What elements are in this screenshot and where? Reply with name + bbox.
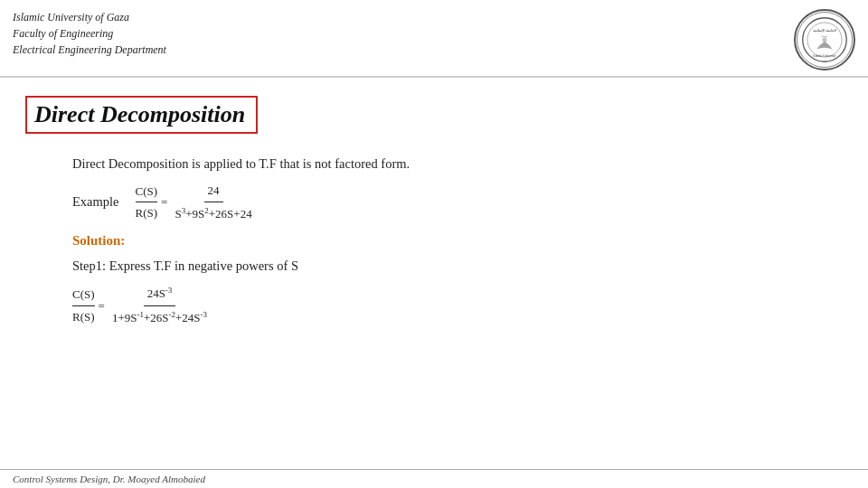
footer-text: Control Systems Design, Dr. Moayed Almob… xyxy=(13,474,205,484)
solution-label: Solution: xyxy=(72,230,814,252)
university-logo: الجامعة الإسلامية غزة Islamic University xyxy=(794,9,855,70)
department-name: Electrical Engineering Department xyxy=(13,42,166,58)
main-content: Direct Decomposition is applied to T.F t… xyxy=(0,148,868,336)
example-row: Example C(S) R(S) = 24 S3+9S2+26S+24 xyxy=(72,181,814,224)
step1-fraction: C(S) R(S) = 24S-3 1+9S-1+26S-2+24S-3 xyxy=(72,284,814,327)
title-box: Direct Decomposition xyxy=(25,96,258,134)
header: Islamic University of Gaza Faculty of En… xyxy=(0,0,868,78)
svg-text:Islamic University: Islamic University xyxy=(813,54,836,58)
footer: Control Systems Design, Dr. Moayed Almob… xyxy=(0,469,868,488)
faculty-name: Faculty of Engineering xyxy=(13,25,166,42)
svg-text:غزة: غزة xyxy=(822,34,827,38)
page-wrapper: Islamic University of Gaza Faculty of En… xyxy=(0,0,868,336)
institution-info: Islamic University of Gaza Faculty of En… xyxy=(13,9,166,58)
svg-point-4 xyxy=(822,37,826,42)
university-name: Islamic University of Gaza xyxy=(13,9,166,25)
step1-text: Step1: Express T.F in negative powers of… xyxy=(72,256,814,277)
intro-text: Direct Decomposition is applied to T.F t… xyxy=(72,154,814,175)
page-title: Direct Decomposition xyxy=(34,101,245,128)
svg-text:الجامعة الإسلامية: الجامعة الإسلامية xyxy=(813,28,836,33)
example-label: Example xyxy=(72,192,119,213)
title-section: Direct Decomposition xyxy=(13,87,855,141)
tf-expression: C(S) R(S) = 24 S3+9S2+26S+24 xyxy=(136,181,256,224)
